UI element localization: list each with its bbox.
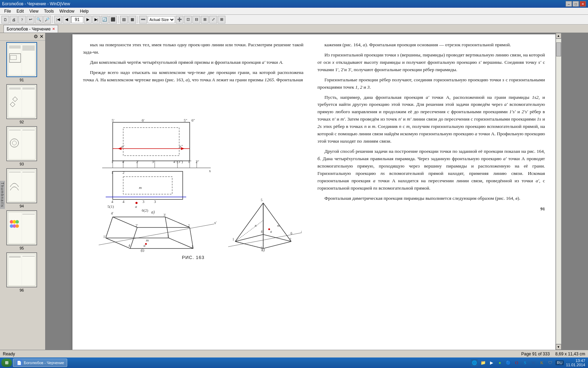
toolbar-zoom-in[interactable]: ➕ bbox=[176, 16, 183, 23]
right-para-2: Из горизонтальной проекции точки s (верш… bbox=[317, 52, 545, 74]
toolbar-fit-width[interactable]: ⊟ bbox=[192, 16, 200, 23]
svg-text:2: 2 bbox=[289, 237, 291, 241]
taskbar-unknown-icon[interactable]: K bbox=[539, 360, 545, 366]
scroll-thumb[interactable] bbox=[556, 42, 561, 56]
menu-window[interactable]: Window bbox=[57, 8, 77, 14]
zoom-dropdown[interactable]: Actual Size bbox=[148, 16, 175, 23]
taskbar-windjview[interactable]: 📄 Боголюбов - Черчение bbox=[13, 359, 67, 367]
toolbar-layout2[interactable]: ▦ bbox=[128, 16, 136, 23]
svg-text:5(1): 5(1) bbox=[107, 204, 114, 209]
toolbar-first-page[interactable]: |◀ bbox=[54, 16, 62, 23]
menu-edit[interactable]: Edit bbox=[14, 8, 27, 14]
toolbar-layout1[interactable]: ▤ bbox=[120, 16, 128, 23]
sidebar-settings-icon[interactable]: ⚙ bbox=[34, 34, 38, 40]
taskbar-security-icon[interactable]: 🛡 bbox=[547, 360, 553, 366]
taskbar-media-icon[interactable]: ▶ bbox=[488, 360, 495, 366]
taskbar-right: 🌐 📁 ▶ ● 🔵 O S W K 🛡 RU 13:47 11.01.2014 bbox=[471, 359, 587, 367]
toolbar-print[interactable]: 🖨 bbox=[10, 16, 18, 23]
svg-point-130 bbox=[268, 228, 270, 230]
right-para-1: кажения (рис. 164, а). Фронтальная проек… bbox=[317, 41, 545, 49]
toolbar-refresh[interactable]: 🔄 bbox=[101, 16, 108, 23]
menu-view[interactable]: View bbox=[27, 8, 41, 14]
toolbar-fit-page[interactable]: ⊡ bbox=[184, 16, 192, 23]
taskbar-word-icon[interactable]: W bbox=[530, 360, 537, 366]
page-container: ных на поверхности этих тел, имея только… bbox=[72, 34, 555, 350]
toolbar-sep-3 bbox=[138, 16, 138, 23]
svg-text:3′: 3′ bbox=[163, 213, 166, 217]
main-area: ⚙ ✕ Thumbnails bbox=[0, 33, 588, 350]
toolbar-help[interactable]: ? bbox=[18, 16, 26, 23]
clock-date: 11.01.2014 bbox=[566, 363, 585, 367]
menu-file[interactable]: File bbox=[1, 8, 14, 14]
maximize-button[interactable]: □ bbox=[573, 1, 579, 7]
start-button[interactable]: ⊞ bbox=[1, 359, 12, 367]
svg-text:5″: 5″ bbox=[184, 118, 187, 122]
taskbar-chrome-icon[interactable]: 🔵 bbox=[505, 360, 511, 366]
svg-text:в): в) bbox=[261, 247, 265, 252]
right-para-4: Пусть, например, дана фронтальная проекц… bbox=[317, 94, 545, 145]
toolbar: 🗋 🖨 ? ↩ 🔍 🔎 |◀ ◀ 91 ▶ ▶| 🔄 ⬛ ▤ ▦ ➖ Actua… bbox=[0, 15, 588, 25]
toolbar-find[interactable]: 🔍 bbox=[35, 16, 43, 23]
svg-text:1: 1 bbox=[191, 245, 193, 248]
toolbar-prev-page[interactable]: ◀ bbox=[63, 16, 70, 23]
toolbar-sep-1 bbox=[52, 16, 53, 23]
tab-bar: Боголюбов - Черчение ✕ bbox=[0, 25, 588, 33]
toolbar-grid[interactable]: ⊞ bbox=[218, 16, 225, 23]
toolbar-fit-height[interactable]: ⊞ bbox=[201, 16, 209, 23]
status-right: Page 91 of 333 8,69 x 11,43 cm bbox=[521, 352, 585, 356]
svg-text:б): б) bbox=[141, 248, 144, 252]
tab-bogolyubov[interactable]: Боголюбов - Черчение ✕ bbox=[4, 25, 58, 33]
right-para-6: Фронтальная диметрическая проекция пирам… bbox=[317, 195, 545, 202]
toolbar-zoom-out-btn[interactable]: 🔎 bbox=[43, 16, 51, 23]
thumbnail-94[interactable]: 94 bbox=[6, 168, 37, 208]
thumbnail-num-95: 95 bbox=[20, 246, 24, 250]
svg-text:2″: 2″ bbox=[196, 159, 199, 164]
taskbar-windjview-icon: 📄 bbox=[16, 360, 22, 366]
title-bar-controls: – □ ✕ bbox=[566, 1, 586, 7]
thumbnail-num-94: 94 bbox=[20, 204, 24, 208]
figure-caption: РИС. 163 bbox=[182, 254, 204, 261]
svg-text:a″: a″ bbox=[179, 144, 183, 148]
thumbnail-93[interactable]: 93 bbox=[6, 126, 37, 166]
taskbar-ie-icon[interactable]: 🌐 bbox=[471, 359, 478, 366]
scroll-track[interactable] bbox=[556, 39, 561, 344]
thumbnail-95[interactable]: 95 bbox=[6, 210, 37, 250]
clock: 13:47 11.01.2014 bbox=[566, 359, 585, 367]
svg-text:2′: 2′ bbox=[135, 224, 138, 227]
thumbnail-91[interactable]: 91 bbox=[6, 42, 37, 82]
status-ready: Ready bbox=[3, 352, 514, 356]
thumbnails-label: Thumbnails bbox=[0, 181, 5, 209]
left-para-2: Дан комплексный чертёж четырёхугольной п… bbox=[83, 59, 303, 66]
svg-text:6: 6 bbox=[290, 231, 292, 235]
toolbar-zoom-out[interactable]: ➖ bbox=[139, 16, 147, 23]
scroll-down-button[interactable]: ▼ bbox=[556, 344, 561, 350]
svg-text:3′: 3′ bbox=[152, 159, 155, 164]
page-number: 91 bbox=[317, 205, 545, 212]
toolbar-new[interactable]: 🗋 bbox=[1, 16, 9, 23]
tab-close-icon[interactable]: ✕ bbox=[52, 27, 55, 31]
close-button[interactable]: ✕ bbox=[580, 1, 586, 7]
taskbar-opera-icon[interactable]: O bbox=[513, 360, 520, 366]
tab-label: Боголюбов - Черчение bbox=[7, 27, 51, 32]
taskbar-green-icon[interactable]: ● bbox=[497, 360, 503, 366]
language-indicator[interactable]: RU bbox=[555, 360, 564, 365]
taskbar-windjview-label: Боголюбов - Черчение bbox=[24, 361, 64, 365]
svg-text:4″(3″): 4″(3″) bbox=[173, 159, 183, 164]
toolbar-last-page[interactable]: ▶| bbox=[92, 16, 100, 23]
toolbar-stop[interactable]: ⬛ bbox=[109, 16, 117, 23]
scroll-up-button[interactable]: ▲ bbox=[556, 33, 561, 39]
page-number-input[interactable]: 91 bbox=[71, 16, 83, 23]
toolbar-back[interactable]: ↩ bbox=[27, 16, 34, 23]
taskbar-skype-icon[interactable]: S bbox=[522, 360, 528, 366]
toolbar-next-page[interactable]: ▶ bbox=[84, 16, 92, 23]
toolbar-rotate[interactable]: ⤢ bbox=[209, 16, 217, 23]
menu-help[interactable]: Help bbox=[77, 8, 92, 14]
menu-tools[interactable]: Tools bbox=[41, 8, 57, 14]
taskbar-explorer-icon[interactable]: 📁 bbox=[480, 360, 486, 366]
svg-text:a′: a′ bbox=[121, 144, 125, 148]
sidebar-close-icon[interactable]: ✕ bbox=[40, 34, 44, 40]
svg-text:2′: 2′ bbox=[136, 159, 139, 164]
thumbnail-92[interactable]: 92 bbox=[6, 84, 37, 124]
minimize-button[interactable]: – bbox=[566, 1, 572, 7]
thumbnail-96[interactable]: 96 bbox=[6, 252, 37, 292]
